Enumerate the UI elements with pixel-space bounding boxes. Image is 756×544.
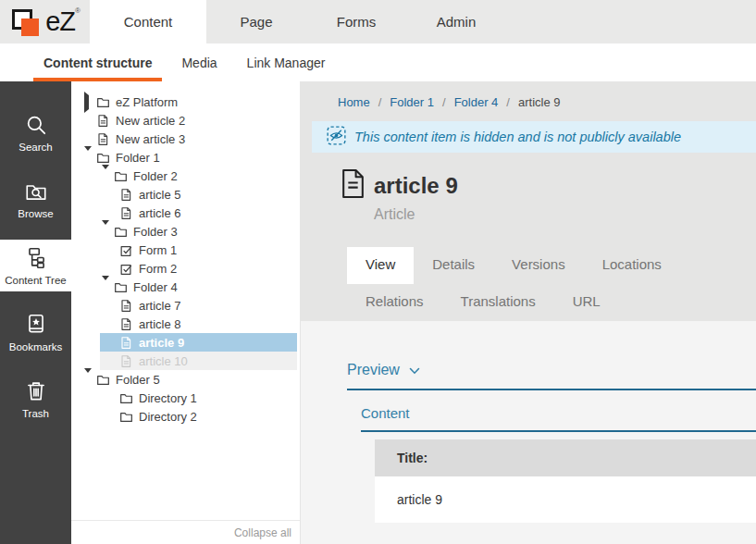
tree-item-folder-4[interactable]: Folder 4 [71, 278, 300, 296]
article-icon [119, 299, 133, 313]
tree-item-directory-1[interactable]: Directory 1 [71, 389, 300, 407]
content-section-heading: Content [361, 405, 756, 432]
tree-item-label: Directory 2 [139, 410, 197, 424]
tab-relations[interactable]: Relations [347, 284, 442, 321]
expander-collapse-icon[interactable] [84, 373, 96, 387]
expander-collapse-icon[interactable] [102, 280, 114, 294]
tree-item-label: Form 2 [139, 262, 177, 276]
content-type-label: Article [374, 206, 756, 223]
tab-details[interactable]: Details [414, 247, 493, 284]
subnav-item-link-manager[interactable]: Link Manager [237, 43, 336, 81]
tree-item-ez-platform[interactable]: eZ Platform [71, 93, 300, 111]
breadcrumb-separator: / [378, 95, 382, 109]
form-icon [119, 262, 133, 276]
breadcrumb-link-folder-1[interactable]: Folder 1 [390, 95, 434, 109]
tree-item-label: Form 1 [139, 243, 177, 257]
folder-icon [96, 95, 110, 109]
tree-item-new-article-2[interactable]: New article 2 [71, 111, 300, 130]
sidebar-item-bookmarks[interactable]: Bookmarks [0, 306, 71, 358]
form-icon [119, 243, 133, 257]
logo-text: eZ® [45, 6, 80, 37]
article-icon [119, 317, 133, 331]
sidebar-item-label: Content Tree [5, 275, 66, 286]
top-nav: ContentPageFormsAdmin [90, 0, 506, 43]
hidden-content-notice: This content item is hidden and is not p… [312, 121, 756, 153]
expander-collapse-icon[interactable] [102, 169, 114, 183]
collapse-all-button[interactable]: Collapse all [71, 520, 300, 544]
content-tree-panel: eZ PlatformNew article 2New article 3Fol… [71, 81, 301, 544]
sidebar-item-browse[interactable]: Browse [0, 173, 71, 225]
sidebar-item-label: Search [19, 142, 52, 153]
expander-collapse-icon[interactable] [102, 225, 114, 239]
folder-icon [114, 169, 128, 183]
subnav-item-media[interactable]: Media [171, 43, 227, 81]
article-icon [341, 168, 366, 203]
tree-item-label: New article 3 [116, 132, 185, 146]
tree-item-directory-2[interactable]: Directory 2 [71, 407, 300, 426]
sidebar-item-label: Trash [22, 408, 49, 419]
breadcrumb-link-folder-4[interactable]: Folder 4 [454, 95, 499, 109]
folder-icon [119, 391, 133, 405]
preview-section-toggle[interactable]: Preview [347, 362, 756, 390]
top-tab-forms[interactable]: Forms [306, 0, 406, 43]
tab-url[interactable]: URL [554, 284, 619, 321]
browse-icon [24, 179, 48, 204]
tab-view[interactable]: View [347, 247, 414, 284]
tab-translations[interactable]: Translations [442, 284, 554, 321]
tree-item-article-6[interactable]: article 6 [71, 204, 300, 222]
top-bar: eZ® ContentPageFormsAdmin [0, 0, 756, 43]
breadcrumb-link-home[interactable]: Home [338, 95, 370, 109]
top-tab-admin[interactable]: Admin [406, 0, 506, 43]
top-tab-page[interactable]: Page [206, 0, 306, 43]
expander-expand-icon[interactable] [84, 95, 96, 109]
sidebar-item-content-tree[interactable]: Content Tree [0, 240, 71, 291]
tree-item-label: Folder 1 [116, 151, 160, 165]
tab-locations[interactable]: Locations [584, 247, 680, 284]
tab-versions[interactable]: Versions [493, 247, 584, 284]
tree-item-article-8[interactable]: article 8 [71, 315, 300, 333]
tree-item-form-1[interactable]: Form 1 [71, 241, 300, 259]
folder-icon [96, 151, 110, 165]
search-icon [24, 113, 48, 137]
tree-item-folder-1[interactable]: Folder 1 [71, 148, 300, 167]
tree-item-folder-5[interactable]: Folder 5 [71, 370, 300, 389]
article-icon [119, 188, 133, 202]
article-icon [119, 354, 133, 368]
article-icon [119, 206, 133, 220]
folder-icon [96, 373, 110, 387]
hidden-eye-icon [327, 126, 346, 148]
tree-item-new-article-3[interactable]: New article 3 [71, 130, 300, 148]
tree-item-label: Folder 2 [133, 169, 178, 183]
left-sidebar: SearchBrowseContent TreeBookmarksTrash [0, 81, 71, 544]
tree-item-article-9[interactable]: article 9 [71, 333, 300, 352]
expander-collapse-icon[interactable] [84, 151, 96, 165]
folder-icon [114, 280, 128, 294]
trash-icon [24, 379, 48, 403]
tree-item-label: article 10 [139, 354, 188, 368]
chevron-down-icon [409, 362, 420, 378]
field-value: article 9 [375, 476, 756, 523]
sidebar-item-trash[interactable]: Trash [0, 373, 71, 425]
tree-item-article-7[interactable]: article 7 [71, 296, 300, 315]
sidebar-item-label: Browse [18, 208, 53, 219]
tree-item-article-10[interactable]: article 10 [71, 352, 300, 370]
registered-mark: ® [75, 6, 80, 15]
page-title: article 9 [374, 173, 458, 199]
breadcrumb: Home/Folder 1/Folder 4/article 9 [301, 81, 756, 121]
subnav-item-content-structure[interactable]: Content structure [33, 43, 162, 81]
article-icon [96, 132, 110, 146]
tree-item-form-2[interactable]: Form 2 [71, 259, 300, 278]
ez-logo[interactable]: eZ® [0, 0, 90, 43]
sidebar-item-search[interactable]: Search [0, 106, 71, 158]
tree-item-article-5[interactable]: article 5 [71, 185, 300, 204]
notice-text: This content item is hidden and is not p… [354, 130, 681, 144]
tree-item-folder-3[interactable]: Folder 3 [71, 222, 300, 241]
tree-item-label: eZ Platform [116, 95, 178, 109]
ez-logo-icon [10, 6, 43, 39]
top-tab-content[interactable]: Content [90, 0, 206, 43]
tree-item-label: New article 2 [116, 114, 185, 128]
breadcrumb-current: article 9 [518, 95, 561, 109]
tree-item-folder-2[interactable]: Folder 2 [71, 167, 300, 185]
tree-item-label: article 6 [139, 206, 181, 220]
tree-item-label: article 8 [139, 317, 181, 331]
